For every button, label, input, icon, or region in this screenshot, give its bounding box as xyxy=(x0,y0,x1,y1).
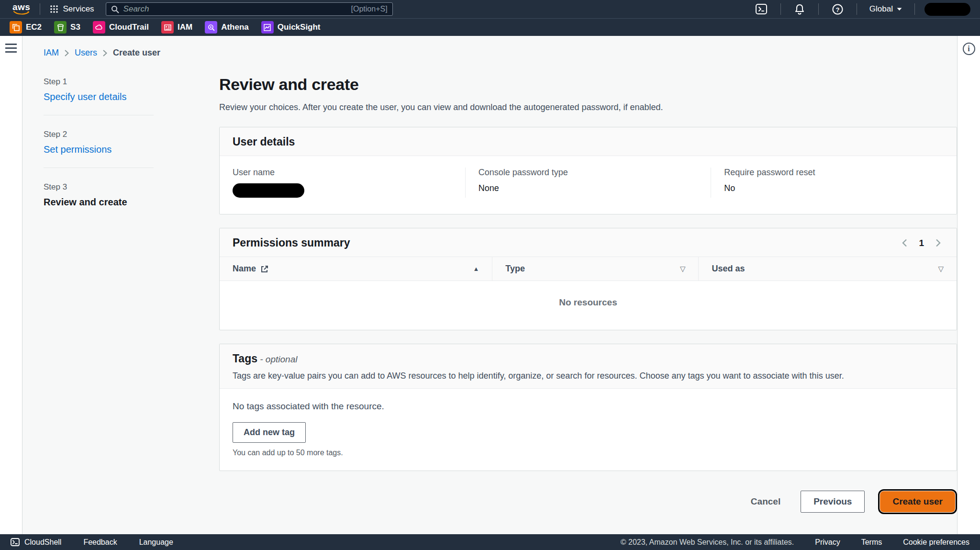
user-details-card: User details User name Console password … xyxy=(219,127,957,214)
step-divider xyxy=(44,115,154,115)
help-panel-collapsed: i xyxy=(957,36,980,534)
chevron-down-icon xyxy=(897,8,902,11)
pagination: 1 xyxy=(902,238,944,248)
services-menu-button[interactable]: Services xyxy=(45,0,99,18)
search-shortcut-hint: [Option+S] xyxy=(351,5,388,13)
notifications-button[interactable] xyxy=(786,0,813,18)
breadcrumb-users-link[interactable]: Users xyxy=(75,48,97,58)
main-content: IAM Users Create user Step 1 Specify use… xyxy=(22,36,957,534)
column-header-used-as[interactable]: Used as ▽ xyxy=(699,257,957,281)
console-password-type-field: Console password type None xyxy=(465,168,711,198)
footer-terms-link[interactable]: Terms xyxy=(861,538,882,547)
empty-table-state: No resources xyxy=(220,281,957,330)
console-password-type-value: None xyxy=(479,183,698,193)
menu-toggle-button[interactable] xyxy=(5,44,17,54)
breadcrumb-current: Create user xyxy=(113,48,160,58)
footer-cookie-preferences-link[interactable]: Cookie preferences xyxy=(903,538,969,547)
step-1-link[interactable]: Specify user details xyxy=(44,91,126,102)
footer-copyright: © 2023, Amazon Web Services, Inc. or its… xyxy=(621,538,794,547)
nav-divider xyxy=(857,3,857,15)
footer-cloudshell-label: CloudShell xyxy=(24,538,61,547)
favorite-cloudtrail[interactable]: CloudTrail xyxy=(93,21,149,34)
user-name-field: User name xyxy=(220,168,465,198)
page-number[interactable]: 1 xyxy=(919,238,924,248)
step-number: Step 3 xyxy=(44,182,197,192)
search-placeholder: Search xyxy=(123,4,351,14)
tags-header: Tags - optional Tags are key-value pairs… xyxy=(220,344,957,389)
search-icon xyxy=(111,5,119,13)
cloudshell-button[interactable] xyxy=(747,0,776,18)
bell-icon xyxy=(794,4,805,15)
nav-divider xyxy=(818,3,819,15)
add-new-tag-button[interactable]: Add new tag xyxy=(233,422,306,443)
used-as-filter-icon[interactable]: ▽ xyxy=(938,265,944,273)
top-nav-right: ? Global xyxy=(747,0,973,18)
permissions-summary-title: Permissions summary xyxy=(233,236,350,249)
question-circle-icon: ? xyxy=(832,4,843,15)
aws-logo[interactable]: aws xyxy=(12,3,30,15)
type-column-label: Type xyxy=(505,264,525,274)
next-page-button[interactable] xyxy=(935,239,941,247)
wizard-step-3-current: Step 3 Review and create xyxy=(44,180,197,209)
search-input[interactable]: Search [Option+S] xyxy=(106,2,393,16)
aws-logo-text: aws xyxy=(12,3,30,11)
favorite-athena[interactable]: Athena xyxy=(205,21,249,34)
create-user-focus-ring: Create user xyxy=(878,489,957,514)
services-grid-icon xyxy=(50,5,58,13)
favorite-iam[interactable]: IAM xyxy=(161,21,192,34)
ec2-icon xyxy=(10,21,22,34)
favorite-ec2[interactable]: EC2 xyxy=(10,21,42,34)
account-menu-redacted[interactable] xyxy=(924,3,970,16)
user-details-header: User details xyxy=(220,127,957,156)
chevron-left-icon xyxy=(902,239,907,247)
info-icon[interactable]: i xyxy=(963,43,975,55)
console-password-type-label: Console password type xyxy=(479,168,698,178)
step-3-current-label: Review and create xyxy=(44,197,127,207)
favorite-s3[interactable]: S3 xyxy=(54,21,80,34)
chevron-right-icon xyxy=(935,239,941,247)
breadcrumb-iam-link[interactable]: IAM xyxy=(44,48,59,58)
help-button[interactable]: ? xyxy=(824,0,852,18)
wizard-step-1: Step 1 Specify user details xyxy=(44,74,197,103)
footer-cloudshell-button[interactable]: CloudShell xyxy=(11,538,61,547)
previous-button[interactable]: Previous xyxy=(801,491,865,513)
favorite-label: IAM xyxy=(178,22,192,32)
nav-divider xyxy=(914,3,915,15)
services-label: Services xyxy=(63,4,94,14)
create-user-button[interactable]: Create user xyxy=(880,491,955,512)
favorite-quicksight[interactable]: QuickSight xyxy=(261,21,321,34)
wizard-steps-nav: Step 1 Specify user details Step 2 Set p… xyxy=(44,74,197,514)
require-password-reset-field: Require password reset No xyxy=(711,168,957,198)
page-title: Review and create xyxy=(219,75,957,94)
type-filter-icon[interactable]: ▽ xyxy=(680,265,686,273)
permissions-table: Name ▲ Type xyxy=(220,257,957,330)
breadcrumb-chevron-icon xyxy=(103,50,107,56)
favorite-label: EC2 xyxy=(26,22,42,32)
column-header-type[interactable]: Type ▽ xyxy=(492,257,699,281)
svg-text:?: ? xyxy=(835,6,839,13)
region-label: Global xyxy=(869,4,893,14)
column-header-name[interactable]: Name ▲ xyxy=(220,257,492,281)
quicksight-icon xyxy=(261,21,274,34)
footer-language-button[interactable]: Language xyxy=(139,538,173,547)
region-selector[interactable]: Global xyxy=(862,4,910,14)
cloudshell-terminal-icon xyxy=(756,4,767,14)
used-as-column-label: Used as xyxy=(712,264,745,274)
no-resources-text: No resources xyxy=(559,297,617,307)
breadcrumb: IAM Users Create user xyxy=(44,48,957,58)
previous-page-button[interactable] xyxy=(902,239,907,247)
tags-optional-suffix: - optional xyxy=(257,354,297,364)
footer-feedback-button[interactable]: Feedback xyxy=(83,538,117,547)
user-details-body: User name Console password type None Req… xyxy=(220,156,957,214)
step-2-link[interactable]: Set permissions xyxy=(44,144,111,155)
cancel-button[interactable]: Cancel xyxy=(744,492,787,512)
page-subtitle: Review your choices. After you create th… xyxy=(219,102,957,112)
tags-description: Tags are key-value pairs you can add to … xyxy=(233,371,944,381)
user-details-title: User details xyxy=(233,135,295,148)
footer-privacy-link[interactable]: Privacy xyxy=(815,538,840,547)
tags-title: Tags - optional xyxy=(233,352,297,365)
step-divider xyxy=(44,168,154,168)
sort-ascending-icon[interactable]: ▲ xyxy=(473,265,479,272)
nav-divider xyxy=(40,3,40,15)
tags-body: No tags associated with the resource. Ad… xyxy=(220,389,957,471)
